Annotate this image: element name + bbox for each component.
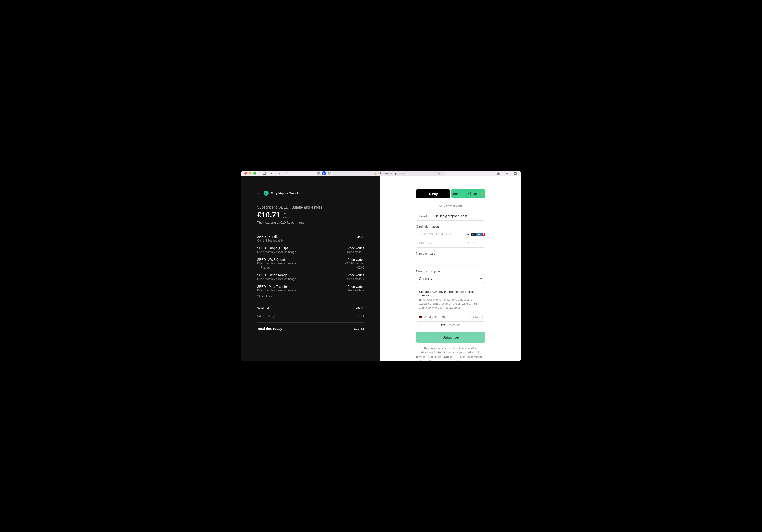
- url-bar[interactable]: 🔒 checkout.stripe.com ᴬあ ⟳: [333, 171, 446, 176]
- link-logo-small: link: [441, 324, 446, 326]
- email-label: Email: [419, 214, 436, 218]
- amex-icon: AM: [477, 233, 482, 236]
- flat-fee-value: €0.00: [357, 266, 364, 269]
- merchant-logo: [264, 191, 268, 196]
- optional-badge: Optional: [470, 315, 483, 319]
- subscribe-title: Subscribe to SEED | Bundle and 4 more: [257, 205, 364, 209]
- name-on-card-input[interactable]: [416, 257, 485, 265]
- lock-icon: 🔒: [374, 172, 377, 175]
- visa-icon: VISA: [465, 233, 470, 236]
- item-price: €9.00: [356, 235, 364, 239]
- reload-icon[interactable]: ⟳: [441, 172, 444, 175]
- cvc-input[interactable]: [465, 239, 485, 248]
- card-info-label: Card information: [416, 225, 485, 228]
- link-logo: link: [453, 192, 459, 196]
- maximize-window-button[interactable]: [254, 172, 256, 175]
- new-tab-icon[interactable]: [504, 171, 509, 176]
- unionpay-icon: 银联: [482, 233, 485, 236]
- item-price: Price varies: [347, 246, 364, 250]
- flag-icon[interactable]: 🇩🇪: [419, 315, 422, 319]
- link-pay-label: Pay faster: [463, 192, 478, 195]
- info-icon[interactable]: i: [273, 315, 276, 318]
- extension-icons: ◐: [316, 171, 332, 175]
- total-due-label: Total due today: [257, 327, 282, 331]
- link-pay-button[interactable]: link Pay faster 🔒: [451, 189, 485, 198]
- apple-icon: [428, 192, 431, 195]
- item-name: SEED | Data Storage: [257, 273, 287, 277]
- phone-input[interactable]: [424, 315, 468, 319]
- privacy-link[interactable]: Privacy: [298, 360, 307, 361]
- powered-by-label: Powered by: [257, 360, 271, 361]
- more-info-link[interactable]: More info: [449, 324, 460, 326]
- amount-due: €10.71: [257, 210, 280, 219]
- url-host: checkout.stripe.com: [378, 172, 405, 175]
- browser-toolbar: ◐ 🔒 checkout.stripe.com ᴬあ ⟳: [241, 171, 521, 176]
- item-sub: Billed monthly based on usage: [257, 277, 296, 281]
- sidebar-toggle-icon[interactable]: [262, 171, 267, 176]
- apple-pay-label: Pay: [432, 192, 438, 196]
- merchant-name: GraphApi.io GmbH: [271, 191, 298, 195]
- line-item: SEED | Data Transfer Price varies: [257, 283, 364, 288]
- back-button[interactable]: [277, 171, 282, 176]
- lock-icon: 🔒: [480, 192, 483, 195]
- card-number-input[interactable]: [416, 230, 465, 239]
- see-details-link[interactable]: See details: [347, 289, 364, 292]
- email-field[interactable]: Email billing@graphapi.com: [416, 211, 485, 221]
- tabs-overview-icon[interactable]: [513, 171, 518, 176]
- see-details-link[interactable]: See details: [347, 251, 364, 254]
- item-sub: Billed monthly based on usage: [257, 289, 296, 292]
- svg-rect-7: [514, 172, 516, 174]
- item-unit-price: €12.90 per unit: [345, 262, 364, 265]
- browser-window: ◐ 🔒 checkout.stripe.com ᴬあ ⟳: [241, 171, 521, 361]
- recurring-note: Then starting at €10.71 per month: [257, 221, 364, 224]
- subtotal-label: Subtotal: [257, 307, 269, 310]
- minimize-window-button[interactable]: [249, 172, 252, 175]
- see-details-link[interactable]: See details: [347, 277, 364, 281]
- item-name: SEED | AWS Cognito: [257, 258, 287, 262]
- item-sub: Billed monthly based on usage: [257, 262, 296, 265]
- extension-globe-icon[interactable]: [316, 171, 321, 175]
- payment-panel: Pay link Pay faster 🔒 Or pay with card: [380, 176, 521, 361]
- stripe-logo: stripe: [272, 360, 279, 361]
- show-less-toggle[interactable]: Show less: [257, 294, 364, 298]
- link-save-box: Securely save my information for 1-click…: [416, 287, 485, 322]
- vat-value: €1.71: [356, 314, 364, 318]
- flat-fee-label: Flat fee: [261, 266, 270, 269]
- item-name: SEED | Data Transfer: [257, 285, 288, 288]
- country-select[interactable]: Germany: [416, 274, 485, 283]
- mastercard-icon: ●●: [471, 233, 476, 236]
- extension-shield-icon[interactable]: [328, 171, 332, 175]
- tab-dropdown-icon[interactable]: [268, 171, 273, 176]
- reader-icon[interactable]: ᴬあ: [436, 172, 440, 175]
- extension-1password-icon[interactable]: ◐: [322, 171, 326, 175]
- line-item: SEED | GraphQL Ops Price varies: [257, 245, 364, 250]
- country-label: Country or region: [416, 269, 485, 273]
- share-icon[interactable]: [496, 171, 501, 176]
- item-name: SEED | Bundle: [257, 235, 278, 239]
- item-price: Price varies: [347, 258, 364, 262]
- due-label-2: today: [282, 215, 290, 219]
- expiry-input[interactable]: [416, 239, 465, 248]
- due-label-1: due: [282, 212, 290, 215]
- line-item: SEED | Data Storage Price varies: [257, 271, 364, 277]
- confirm-text: By confirming your subscription, you all…: [416, 346, 485, 361]
- forward-button[interactable]: [284, 171, 289, 176]
- order-summary-panel: ← GraphApi.io GmbH Subscribe to SEED | B…: [241, 176, 380, 361]
- back-arrow-icon[interactable]: ←: [257, 191, 261, 195]
- item-price: Price varies: [347, 285, 364, 288]
- name-on-card-label: Name on card: [416, 252, 485, 255]
- total-due-value: €10.71: [354, 327, 364, 331]
- or-label: Or pay with card: [437, 204, 465, 207]
- vat-label: VAT (19%): [257, 314, 272, 318]
- link-more-info: link · More info: [416, 324, 485, 326]
- link-save-title: Securely save my information for 1-click…: [419, 290, 482, 297]
- apple-pay-button[interactable]: Pay: [416, 189, 450, 198]
- link-save-desc: Enter your phone number to create a Link…: [419, 298, 482, 310]
- svg-rect-0: [263, 172, 266, 175]
- subscribe-button[interactable]: Subscribe: [416, 332, 485, 343]
- item-price: Price varies: [347, 273, 364, 277]
- terms-link[interactable]: Terms: [287, 360, 295, 361]
- or-divider: Or pay with card: [416, 204, 485, 207]
- close-window-button[interactable]: [244, 172, 247, 175]
- card-brand-icons: VISA ●● AM 银联: [465, 233, 485, 236]
